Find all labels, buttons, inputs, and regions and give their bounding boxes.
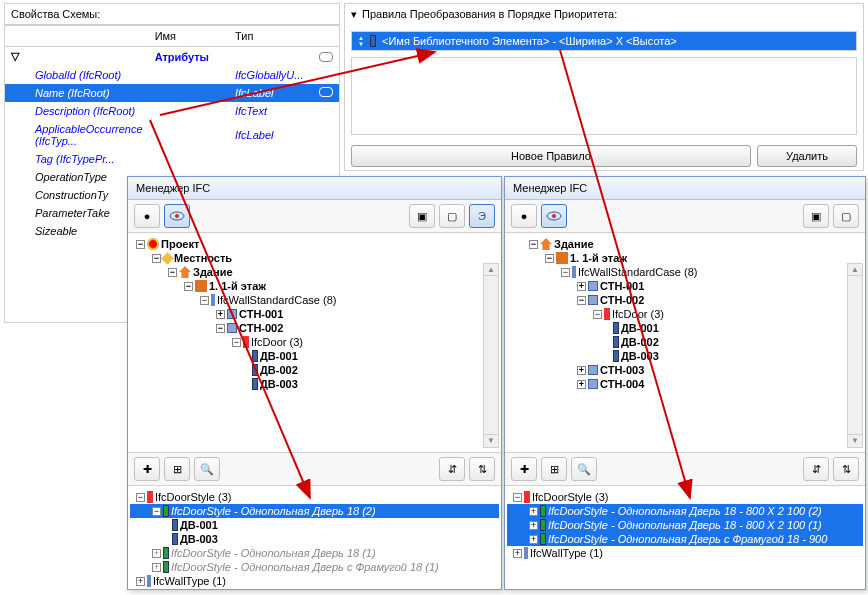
tree-label[interactable]: ДВ-003 — [180, 533, 218, 545]
filter2-button[interactable]: ⇅ — [833, 457, 859, 481]
tree-label[interactable]: IfcWallType (1) — [530, 547, 603, 559]
rule-item[interactable]: <Имя Библиотечного Элемента> - <Ширина> … — [351, 31, 857, 51]
expander[interactable]: − — [136, 493, 145, 502]
tree-lower[interactable]: −IfcDoorStyle (3) +IfcDoorStyle - Однопо… — [505, 486, 865, 595]
eye-button[interactable] — [164, 204, 190, 228]
grid-button[interactable]: ⊞ — [164, 457, 190, 481]
tree-label[interactable]: ДВ-001 — [260, 350, 298, 362]
expander[interactable]: + — [529, 507, 538, 516]
tree-label[interactable]: Проект — [161, 238, 199, 250]
tree-label[interactable]: IfcDoorStyle (3) — [155, 491, 231, 503]
tree-label[interactable]: СТН-003 — [600, 364, 644, 376]
add-button[interactable]: ✚ — [511, 457, 537, 481]
tree-label[interactable]: 1. 1-й этаж — [570, 252, 627, 264]
tree-label[interactable]: IfcDoorStyle - Однопольная Дверь 18 - 80… — [548, 505, 822, 517]
tree-label[interactable]: Здание — [193, 266, 233, 278]
tree-label[interactable]: IfcDoorStyle - Однопольная Дверь с Фраму… — [171, 561, 439, 573]
expander[interactable]: − — [168, 268, 177, 277]
expander[interactable]: − — [216, 324, 225, 333]
tree-label[interactable]: СТН-002 — [600, 294, 644, 306]
eye-button[interactable] — [541, 204, 567, 228]
expander[interactable]: − — [593, 310, 602, 319]
tree-label[interactable]: IfcWallType (1) — [153, 575, 226, 587]
expander[interactable]: + — [152, 563, 161, 572]
expander[interactable]: + — [152, 549, 161, 558]
tree-upper[interactable]: −Проект −Местность −Здание −1. 1-й этаж … — [128, 233, 501, 453]
tree-label[interactable]: IfcDoorStyle - Однопольная Дверь 18 (2) — [171, 505, 376, 517]
expander[interactable]: − — [152, 507, 161, 516]
col-type[interactable]: Тип — [229, 26, 339, 47]
tree-label[interactable]: СТН-004 — [600, 378, 644, 390]
door-icon — [613, 322, 619, 334]
tree-label[interactable]: Здание — [554, 238, 594, 250]
new-rule-button[interactable]: Новое Правило — [351, 145, 751, 167]
schema-row[interactable]: ApplicableOccurrence (IfcTyp...IfcLabel — [5, 120, 339, 150]
scrollbar[interactable] — [483, 263, 499, 448]
select-button[interactable]: ▣ — [803, 204, 829, 228]
expander[interactable]: − — [577, 296, 586, 305]
tree-label[interactable]: IfcDoorStyle - Однопольная Дверь с Фраму… — [548, 533, 827, 545]
tree-label[interactable]: СТН-001 — [239, 308, 283, 320]
record-button[interactable]: ● — [511, 204, 537, 228]
expander[interactable]: + — [577, 380, 586, 389]
add-button[interactable]: ✚ — [134, 457, 160, 481]
col-name[interactable]: Имя — [149, 26, 229, 47]
tree-label[interactable]: ДВ-003 — [260, 378, 298, 390]
door-icon — [172, 533, 178, 545]
expander[interactable]: − — [200, 296, 209, 305]
tree-lower[interactable]: −IfcDoorStyle (3) −IfcDoorStyle - Однопо… — [128, 486, 501, 595]
tree-label[interactable]: Местность — [174, 252, 232, 264]
schema-row[interactable]: Tag (IfcTypePr... — [5, 150, 339, 168]
tree-label[interactable]: ДВ-003 — [621, 350, 659, 362]
tree-label[interactable]: IfcDoorStyle (3) — [532, 491, 608, 503]
tree-label[interactable]: 1. 1-й этаж — [209, 280, 266, 292]
filter2-button[interactable]: ⇅ — [469, 457, 495, 481]
filter-button[interactable]: ⇵ — [439, 457, 465, 481]
select2-button[interactable]: ▢ — [439, 204, 465, 228]
reorder-icon[interactable] — [358, 35, 366, 47]
tree-label[interactable]: IfcDoorStyle - Однопольная Дверь 18 (1) — [171, 547, 376, 559]
select2-button[interactable]: ▢ — [833, 204, 859, 228]
attr-group-row[interactable]: ▽Атрибуты — [5, 47, 339, 67]
grid-button[interactable]: ⊞ — [541, 457, 567, 481]
tree-label[interactable]: ДВ-001 — [621, 322, 659, 334]
tree-label[interactable]: IfcDoor (3) — [612, 308, 664, 320]
expander[interactable]: + — [529, 521, 538, 530]
expander[interactable]: + — [577, 366, 586, 375]
expander[interactable]: − — [136, 240, 145, 249]
tree-label[interactable]: ДВ-002 — [260, 364, 298, 376]
schema-row-selected[interactable]: Name (IfcRoot)IfcLabel — [5, 84, 339, 102]
expander[interactable]: − — [513, 493, 522, 502]
tree-label[interactable]: СТН-001 — [600, 280, 644, 292]
tree-label[interactable]: IfcWallStandardCase (8) — [217, 294, 336, 306]
zoom-button[interactable]: 🔍 — [194, 457, 220, 481]
tree-label[interactable]: IfcDoor (3) — [251, 336, 303, 348]
expander[interactable]: + — [513, 549, 522, 558]
expander[interactable]: − — [529, 240, 538, 249]
door-icon — [252, 350, 258, 362]
delete-rule-button[interactable]: Удалить — [757, 145, 857, 167]
filter-button[interactable]: ⇵ — [803, 457, 829, 481]
record-button[interactable]: ● — [134, 204, 160, 228]
expander[interactable]: + — [216, 310, 225, 319]
expander[interactable]: + — [577, 282, 586, 291]
expander[interactable]: − — [184, 282, 193, 291]
schema-row[interactable]: GlobalId (IfcRoot)IfcGloballyU... — [5, 66, 339, 84]
expander[interactable]: − — [561, 268, 570, 277]
tree-label[interactable]: ДВ-002 — [621, 336, 659, 348]
schema-row[interactable]: Description (IfcRoot)IfcText — [5, 102, 339, 120]
link-icon — [319, 87, 333, 97]
select-button[interactable]: ▣ — [409, 204, 435, 228]
tree-upper[interactable]: −Здание −1. 1-й этаж −IfcWallStandardCas… — [505, 233, 865, 453]
scrollbar[interactable] — [847, 263, 863, 448]
expander[interactable]: − — [545, 254, 554, 263]
expander[interactable]: − — [232, 338, 241, 347]
tree-label[interactable]: IfcWallStandardCase (8) — [578, 266, 697, 278]
expander[interactable]: + — [529, 535, 538, 544]
tree-label[interactable]: ДВ-001 — [180, 519, 218, 531]
tree-label[interactable]: IfcDoorStyle - Однопольная Дверь 18 - 80… — [548, 519, 822, 531]
zoom-button[interactable]: 🔍 — [571, 457, 597, 481]
tree-label[interactable]: СТН-002 — [239, 322, 283, 334]
expander[interactable]: + — [136, 577, 145, 586]
elem-button[interactable]: Э — [469, 204, 495, 228]
